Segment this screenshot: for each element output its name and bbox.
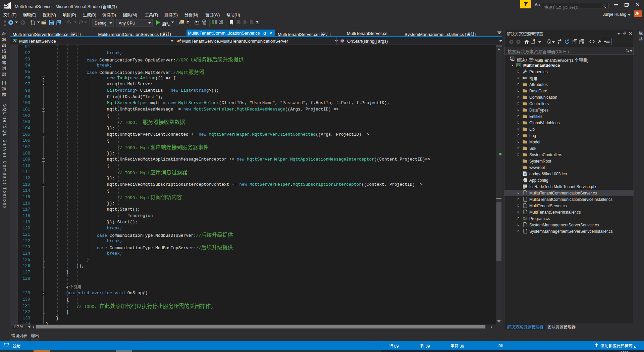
svg-text:C#: C# — [523, 217, 527, 220]
svg-text:C#: C# — [13, 40, 16, 42]
svg-text:C#: C# — [517, 64, 520, 67]
